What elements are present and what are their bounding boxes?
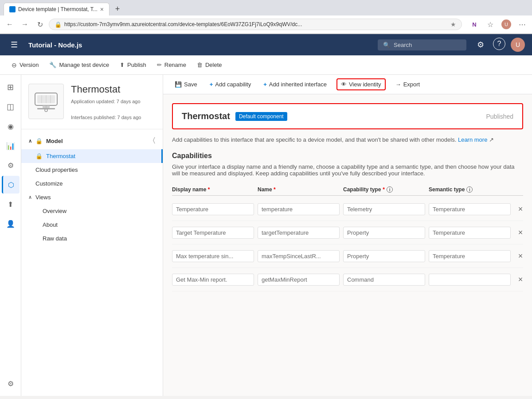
capability-type-input-2[interactable] (343, 250, 425, 262)
semantic-type-input-1[interactable] (429, 227, 511, 239)
add-capability-action[interactable]: + Add capability (207, 79, 254, 89)
sidebar-item-device-templates[interactable]: ⬡ (2, 176, 20, 194)
published-label: Published (486, 113, 514, 120)
plus-icon2: + (263, 81, 267, 88)
capabilities-table-header: Display name * Name * Capability type * … (172, 184, 523, 196)
semantic-type-info-icon[interactable]: i (466, 186, 473, 193)
sidebar-item-about[interactable]: About (21, 218, 163, 232)
manage-test-button[interactable]: 🔧 Manage test device (45, 59, 113, 71)
version-button[interactable]: ⊖ Version (7, 59, 43, 71)
raw-data-label: Raw data (43, 235, 67, 242)
left-panel: Thermostat Application updated: 7 days a… (21, 75, 163, 396)
capabilities-desc: Give your interface a display name and a… (172, 163, 523, 177)
version-label: Version (20, 62, 39, 68)
address-bar[interactable]: 🔒 https://custom-7rn3ymv9nm.azureiotcent… (49, 19, 462, 30)
export-action[interactable]: → Export (393, 79, 423, 89)
display-name-cell-2 (172, 250, 254, 262)
browser-menu-button[interactable]: ⋯ (516, 18, 528, 31)
sidebar-item-analytics[interactable]: 📊 (2, 137, 20, 155)
sidebar-item-jobs[interactable]: ⚙ (2, 156, 20, 174)
sidebar-item-overview[interactable]: Overview (21, 204, 163, 218)
save-action[interactable]: 💾 Save (172, 79, 200, 89)
capability-type-cell-0 (343, 203, 425, 215)
name-input-3[interactable] (258, 274, 340, 286)
add-inherited-action[interactable]: + Add inherited interface (261, 79, 329, 89)
meta-published: Interfaces published: 7 days ago (71, 115, 141, 120)
refresh-button[interactable]: ↻ (34, 18, 46, 31)
model-group[interactable]: ∧ 🔒 Model 〈 (21, 133, 163, 149)
cloud-label: Cloud properties (35, 167, 78, 173)
views-group[interactable]: ∧ Views (21, 190, 163, 204)
capability-type-input-1[interactable] (343, 227, 425, 239)
delete-cell-1[interactable]: × (514, 226, 527, 239)
forward-button[interactable]: → (19, 18, 31, 31)
chevron-down-icon-views: ∧ (28, 194, 32, 200)
view-identity-button[interactable]: 👁 View identity (336, 78, 386, 90)
about-label: About (43, 221, 58, 228)
display-name-input-3[interactable] (172, 274, 254, 286)
delete-button[interactable]: 🗑 Delete (192, 59, 227, 71)
device-header: Thermostat Application updated: 7 days a… (21, 75, 163, 129)
sidebar-item-raw-data[interactable]: Raw data (21, 232, 163, 245)
sidebar-item-admin[interactable]: 👤 (2, 215, 20, 232)
name-input-0[interactable] (258, 203, 340, 215)
publish-icon: ⬆ (120, 62, 125, 68)
col-display-name: Display name * (172, 186, 254, 193)
content-toolbar: 💾 Save + Add capability + Add inherited … (163, 75, 532, 94)
favorites-button[interactable]: ☆ (484, 18, 497, 31)
extensions-button[interactable]: N (468, 18, 481, 31)
rename-button[interactable]: ✏ Rename (153, 59, 191, 71)
capability-type-info-icon[interactable]: i (387, 186, 393, 193)
help-icon[interactable]: ? (493, 38, 505, 50)
app: ☰ Tutorial - Node.js 🔍 Search ⚙ ? U ⊖ Ve… (0, 34, 532, 396)
content-area: Thermostat Default component Published A… (163, 94, 532, 396)
name-input-1[interactable] (258, 227, 340, 239)
tab-close-button[interactable]: × (100, 6, 104, 13)
sidebar-item-settings-bottom[interactable]: ⚙ (2, 375, 20, 392)
device-icon-box (28, 84, 64, 119)
sidebar-item-rules[interactable]: ◉ (2, 117, 20, 135)
right-panel: 💾 Save + Add capability + Add inherited … (163, 75, 532, 396)
sidebar-item-data-export[interactable]: ⬆ (2, 195, 20, 213)
menu-icon[interactable]: ☰ (7, 38, 21, 52)
sidebar-item-devices[interactable]: ◫ (2, 98, 20, 116)
app-header: ☰ Tutorial - Node.js 🔍 Search ⚙ ? U (0, 34, 532, 55)
publish-button[interactable]: ⬆ Publish (115, 59, 151, 71)
delete-icon: 🗑 (197, 62, 203, 68)
search-bar[interactable]: 🔍 Search (378, 39, 466, 50)
export-label: Export (403, 81, 420, 88)
name-cell-2 (258, 250, 340, 262)
account-icon[interactable]: U (511, 38, 525, 52)
semantic-type-input-3[interactable] (429, 274, 511, 286)
sidebar-item-cloud-properties[interactable]: Cloud properties (21, 163, 163, 177)
new-tab-button[interactable]: + (111, 3, 124, 15)
tab-title: Device template | Thermostat, T... (18, 6, 98, 12)
settings-icon[interactable]: ⚙ (473, 38, 488, 52)
views-label: Views (35, 194, 51, 201)
delete-cell-3[interactable]: × (514, 273, 527, 286)
delete-cell-2[interactable]: × (514, 250, 527, 262)
capability-type-input-3[interactable] (343, 274, 425, 286)
sidebar-item-customize[interactable]: Customize (21, 177, 163, 190)
semantic-type-input-2[interactable] (429, 250, 511, 262)
display-name-input-0[interactable] (172, 203, 254, 215)
col-name: Name * (258, 186, 340, 193)
capability-type-input-0[interactable] (343, 203, 425, 215)
save-label: Save (184, 81, 197, 88)
sidebar-item-dashboard[interactable]: ⊞ (2, 78, 20, 96)
sidebar-item-thermostat[interactable]: 🔒 Thermostat (21, 149, 163, 163)
profile-button[interactable]: U (500, 18, 512, 31)
active-tab[interactable]: Device template | Thermostat, T... × (4, 3, 110, 15)
delete-cell-0[interactable]: × (514, 203, 527, 215)
display-name-input-1[interactable] (172, 227, 254, 239)
semantic-type-input-0[interactable] (429, 203, 511, 215)
back-button[interactable]: ← (4, 18, 16, 31)
name-cell-0 (258, 203, 340, 215)
name-input-2[interactable] (258, 250, 340, 262)
learn-more-link[interactable]: Learn more (458, 136, 487, 143)
display-name-input-2[interactable] (172, 250, 254, 262)
interface-description: Add capabilities to this interface that … (172, 136, 523, 143)
model-label: Model (46, 138, 63, 144)
tab-favicon (9, 6, 16, 12)
lock-icon: 🔒 (35, 138, 43, 144)
